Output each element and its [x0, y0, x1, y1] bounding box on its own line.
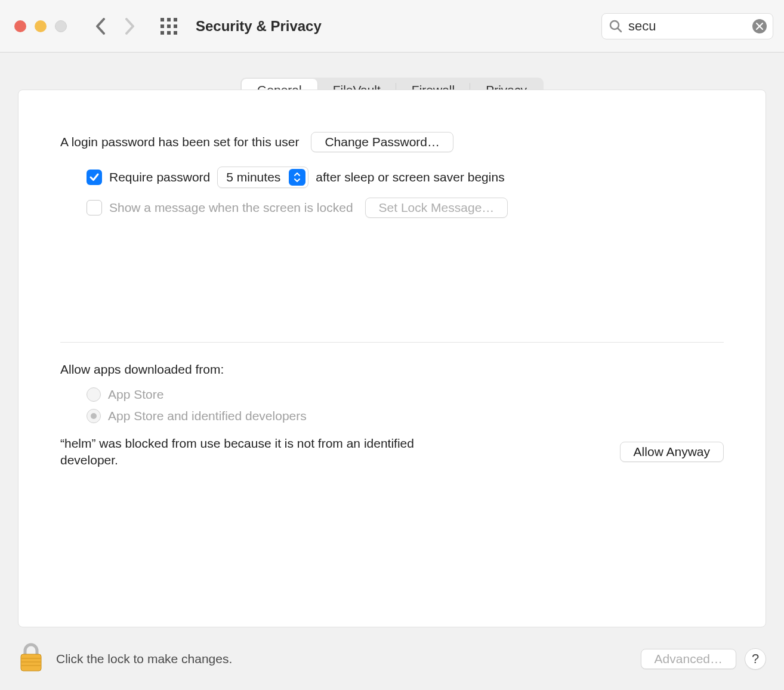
help-button[interactable]: ? [745, 648, 766, 670]
lock-text: Click the lock to make changes. [56, 652, 232, 666]
advanced-button[interactable]: Advanced… [641, 649, 736, 669]
gatekeeper-section: Allow apps downloaded from: App Store Ap… [60, 362, 724, 469]
lock-wrap: Click the lock to make changes. [18, 642, 232, 676]
close-window-button[interactable] [14, 20, 26, 32]
gatekeeper-option-appstore: App Store [87, 387, 724, 402]
radio-identified [87, 409, 101, 423]
divider [60, 342, 724, 343]
forward-button[interactable] [124, 18, 135, 35]
window-title: Security & Privacy [196, 18, 322, 35]
checkmark-icon [89, 172, 100, 183]
gatekeeper-option-identified: App Store and identified developers [87, 409, 724, 423]
back-button[interactable] [95, 18, 106, 35]
svg-rect-3 [160, 24, 164, 28]
search-field[interactable] [601, 13, 773, 39]
svg-rect-1 [167, 18, 171, 21]
require-password-checkbox[interactable] [87, 170, 102, 185]
svg-rect-4 [167, 24, 171, 28]
show-message-checkbox [87, 200, 102, 215]
show-all-button[interactable] [160, 17, 178, 35]
require-password-delay-select[interactable]: 5 minutes [217, 167, 308, 188]
blocked-app-row: “helm” was blocked from use because it i… [60, 435, 724, 469]
change-password-button[interactable]: Change Password… [311, 132, 453, 152]
nav-arrows [95, 18, 135, 35]
login-password-row: A login password has been set for this u… [60, 132, 724, 152]
svg-rect-6 [160, 31, 164, 35]
grid-icon [160, 17, 178, 35]
search-input[interactable] [628, 19, 752, 34]
lock-icon [18, 642, 44, 673]
allow-anyway-button[interactable]: Allow Anyway [620, 442, 724, 462]
minimize-window-button[interactable] [35, 20, 47, 32]
login-password-text: A login password has been set for this u… [60, 135, 299, 149]
help-icon: ? [752, 651, 759, 667]
require-password-suffix: after sleep or screen saver begins [316, 170, 504, 184]
require-password-label: Require password [109, 170, 210, 184]
footer: Click the lock to make changes. Advanced… [0, 627, 784, 690]
show-message-label: Show a message when the screen is locked [109, 201, 353, 215]
window-controls [14, 20, 67, 32]
settings-panel: A login password has been set for this u… [18, 90, 766, 627]
require-password-delay-value: 5 minutes [226, 170, 280, 184]
svg-rect-0 [160, 18, 164, 21]
svg-rect-13 [21, 654, 41, 671]
svg-line-10 [618, 28, 622, 32]
require-password-row: Require password 5 minutes after sleep o… [87, 167, 724, 188]
svg-rect-2 [174, 18, 177, 21]
radio-appstore [87, 387, 101, 402]
svg-rect-7 [167, 31, 171, 35]
select-stepper-icon [289, 169, 305, 186]
show-message-row: Show a message when the screen is locked… [87, 198, 724, 218]
close-icon [756, 23, 763, 30]
lock-button[interactable] [18, 642, 44, 676]
radio-identified-label: App Store and identified developers [108, 409, 307, 423]
set-lock-message-button: Set Lock Message… [365, 198, 508, 218]
radio-appstore-label: App Store [108, 387, 163, 402]
blocked-app-message: “helm” was blocked from use because it i… [60, 435, 430, 469]
search-icon [609, 20, 622, 33]
clear-search-button[interactable] [752, 19, 767, 33]
zoom-window-button[interactable] [55, 20, 67, 32]
toolbar: Security & Privacy [0, 0, 784, 53]
gatekeeper-title: Allow apps downloaded from: [60, 362, 724, 377]
svg-rect-8 [174, 31, 177, 35]
svg-rect-5 [174, 24, 177, 28]
